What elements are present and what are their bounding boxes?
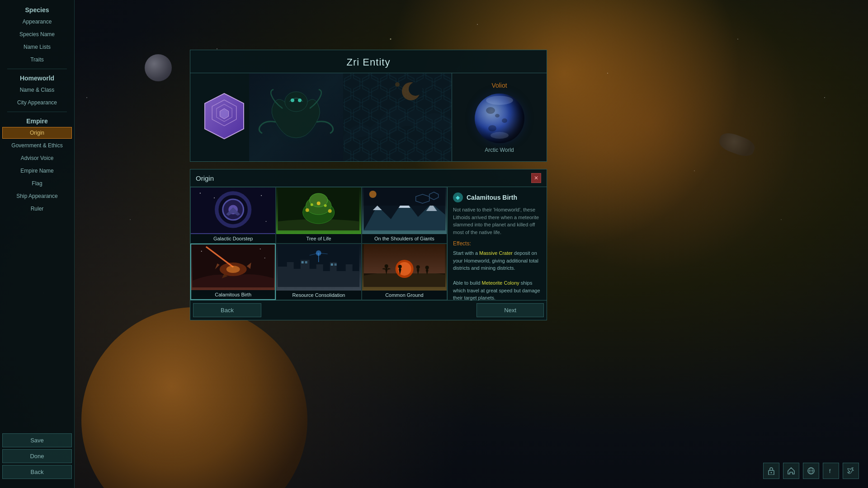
svg-point-31 xyxy=(317,202,321,205)
origin-img-calamitous xyxy=(191,244,275,290)
svg-point-42 xyxy=(226,266,240,273)
svg-point-29 xyxy=(306,208,309,212)
svg-point-60 xyxy=(384,264,388,268)
svg-point-20 xyxy=(200,192,201,193)
origin-item-common-ground[interactable]: Common Ground xyxy=(362,244,447,300)
lock-icon-button[interactable] xyxy=(763,463,779,479)
planet-type: Arctic World xyxy=(485,147,514,153)
origin-detail-description: Not native to their 'Homeworld', these L… xyxy=(453,206,541,236)
origin-grid: Galactic Doorstep xyxy=(190,187,547,300)
svg-point-21 xyxy=(214,197,215,198)
origin-nav: Back Next xyxy=(190,300,547,320)
origin-label-tree: Tree of Life xyxy=(276,234,361,243)
origin-label-giants: On the Shoulders of Giants xyxy=(362,234,447,243)
close-button[interactable]: ✕ xyxy=(531,173,541,183)
svg-point-62 xyxy=(416,265,420,269)
sidebar-section-homeworld: Homeworld xyxy=(0,72,74,84)
svg-point-44 xyxy=(260,249,261,249)
globe-icon-button[interactable] xyxy=(803,463,819,479)
svg-rect-47 xyxy=(302,261,304,263)
meteorite-colony-highlight: Meteorite Colony xyxy=(482,280,519,286)
panel-title: Zri Entity xyxy=(190,50,547,73)
sidebar-section-species: Species xyxy=(0,4,74,15)
origin-header: Origin ✕ xyxy=(190,169,547,187)
svg-point-15 xyxy=(395,82,400,87)
sidebar-item-flag[interactable]: Flag xyxy=(2,178,72,189)
svg-point-33 xyxy=(324,204,327,207)
planet-name: Voliot xyxy=(491,82,507,89)
origin-item-resource[interactable]: Resource Consolidation xyxy=(276,244,361,300)
sidebar: Species Appearance Species Name Name Lis… xyxy=(0,0,75,488)
hex-icon xyxy=(199,91,249,141)
sidebar-item-ship-appearance[interactable]: Ship Appearance xyxy=(2,190,72,202)
svg-point-37 xyxy=(369,191,376,198)
origin-label-common: Common Ground xyxy=(362,291,447,300)
sidebar-item-species-name[interactable]: Species Name xyxy=(2,28,72,40)
sidebar-item-traits[interactable]: Traits xyxy=(2,54,72,66)
svg-point-23 xyxy=(265,221,266,222)
origin-item-giants[interactable]: On the Shoulders of Giants xyxy=(362,187,447,244)
svg-point-32 xyxy=(311,203,313,206)
sidebar-divider-1 xyxy=(7,69,66,69)
origin-img-giants xyxy=(362,188,447,234)
next-nav-button[interactable]: Next xyxy=(476,303,544,317)
sidebar-item-appearance[interactable]: Appearance xyxy=(2,16,72,28)
origin-detail-header: ◆ Calamitous Birth xyxy=(453,192,541,202)
sidebar-item-advisor-voice[interactable]: Advisor Voice xyxy=(2,152,72,164)
hex-grid-area xyxy=(343,73,452,161)
origin-img-galactic xyxy=(191,188,275,234)
sidebar-item-name-lists[interactable]: Name Lists xyxy=(2,41,72,53)
origin-detail-title: Calamitous Birth xyxy=(467,194,517,201)
sidebar-item-ruler[interactable]: Ruler xyxy=(2,203,72,215)
origin-item-galactic-doorstep[interactable]: Galactic Doorstep xyxy=(190,187,276,244)
back-nav-button[interactable]: Back xyxy=(193,303,261,317)
svg-point-22 xyxy=(261,195,262,196)
origin-item-calamitous[interactable]: Calamitous Birth xyxy=(190,244,276,300)
svg-point-5 xyxy=(285,92,307,112)
svg-point-65 xyxy=(771,472,772,474)
svg-text:f: f xyxy=(829,468,831,474)
planet-image xyxy=(475,94,524,143)
sidebar-item-name-class[interactable]: Name & Class xyxy=(2,84,72,96)
sidebar-bottom: Save Done Back xyxy=(0,433,74,488)
svg-point-45 xyxy=(264,258,265,258)
svg-rect-49 xyxy=(331,263,333,266)
background-moon xyxy=(145,54,172,81)
save-button[interactable]: Save xyxy=(2,433,72,447)
origin-item-tree-of-life[interactable]: Tree of Life xyxy=(276,187,361,244)
sidebar-item-origin[interactable]: Origin xyxy=(2,127,72,139)
origin-img-tree xyxy=(276,188,361,234)
origin-label-resource: Resource Consolidation xyxy=(276,291,361,300)
origin-label-galactic: Galactic Doorstep xyxy=(191,234,275,243)
sidebar-item-city-appearance[interactable]: City Appearance xyxy=(2,97,72,108)
facebook-icon-button[interactable]: f xyxy=(823,463,839,479)
sidebar-divider-2 xyxy=(7,112,66,112)
done-button[interactable]: Done xyxy=(2,449,72,463)
svg-point-14 xyxy=(409,82,422,96)
origin-panel: Origin ✕ xyxy=(190,169,547,320)
sidebar-item-empire-name[interactable]: Empire Name xyxy=(2,165,72,177)
effects-label: Effects: xyxy=(453,240,541,247)
home-icon-button[interactable] xyxy=(783,463,799,479)
origin-details: ◆ Calamitous Birth Not native to their '… xyxy=(447,187,547,300)
main-panel: Zri Entity xyxy=(190,50,547,162)
origin-img-resource xyxy=(276,244,361,291)
svg-point-63 xyxy=(425,266,429,269)
svg-point-61 xyxy=(398,265,401,268)
svg-point-30 xyxy=(328,209,332,213)
twitter-icon-button[interactable] xyxy=(843,463,859,479)
portrait-area xyxy=(190,73,343,161)
planet-display: Voliot Arctic World xyxy=(452,73,547,161)
back-button[interactable]: Back xyxy=(2,465,72,479)
origin-img-common xyxy=(362,244,447,291)
origin-label-calamitous: Calamitous Birth xyxy=(191,290,275,299)
sidebar-section-empire: Empire xyxy=(0,115,74,127)
effects-text-1: Start with a Massive Crater deposit on y… xyxy=(453,250,538,271)
origin-title: Origin xyxy=(196,174,214,182)
bottom-icons-bar: f xyxy=(763,463,859,479)
effects-text: Start with a Massive Crater deposit on y… xyxy=(453,249,541,302)
sidebar-item-government-ethics[interactable]: Government & Ethics xyxy=(2,140,72,151)
svg-rect-48 xyxy=(305,261,307,263)
creature-area xyxy=(249,73,343,161)
massive-crater-highlight: Massive Crater xyxy=(479,250,513,256)
